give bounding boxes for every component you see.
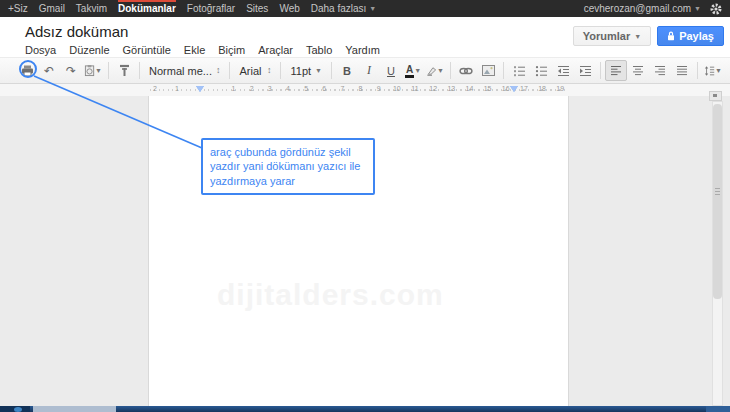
topbar-link-web[interactable]: Web <box>279 0 299 17</box>
align-right-button[interactable] <box>649 60 671 81</box>
align-left-button[interactable] <box>605 60 627 81</box>
font-dropdown[interactable]: Arial ↕ <box>234 61 276 80</box>
insert-link-button[interactable] <box>455 60 477 81</box>
menu-format[interactable]: Biçim <box>218 44 245 56</box>
watermark-text: dijitalders.com <box>217 278 444 312</box>
system-tray <box>706 406 730 412</box>
comments-button[interactable]: Yorumlar ▼ <box>573 26 651 46</box>
italic-icon: I <box>367 63 371 78</box>
underline-button[interactable]: U <box>380 60 402 81</box>
comments-label: Yorumlar <box>583 30 630 42</box>
toolbar-separator <box>450 62 451 79</box>
font-size-dropdown[interactable]: 11pt ▼ <box>285 61 327 80</box>
ruler-number: 9 <box>377 85 381 92</box>
account-menu[interactable]: cevherozan@gmail.com ▼ <box>584 0 701 17</box>
paint-format-button[interactable] <box>113 60 135 81</box>
ruler-number: 5 <box>304 85 308 92</box>
ruler-number: 17 <box>520 85 528 92</box>
share-label: Paylaş <box>679 30 714 42</box>
underline-icon: U <box>387 65 395 77</box>
undo-icon: ↶ <box>44 65 54 77</box>
toolbar-separator <box>280 62 281 79</box>
annotation-text: araç çubunda gördünüz şekil yazdır yani … <box>210 146 360 187</box>
start-button[interactable] <box>0 406 30 412</box>
line-spacing-button[interactable]: ▼ <box>702 60 724 81</box>
align-justify-icon <box>676 65 688 76</box>
highlight-color-button[interactable]: ▼ <box>424 60 446 81</box>
ruler-number: 16 <box>502 85 510 92</box>
menu-table[interactable]: Tablo <box>306 44 332 56</box>
undo-button[interactable]: ↶ <box>38 60 60 81</box>
topbar-link-gmail[interactable]: Gmail <box>39 0 65 17</box>
decrease-indent-button[interactable] <box>552 60 574 81</box>
toolbar-separator <box>503 62 504 79</box>
scrollbar-track[interactable] <box>712 101 723 406</box>
topbar-link-plus-you[interactable]: +Siz <box>8 0 28 17</box>
ruler-number: 6 <box>322 85 326 92</box>
italic-button[interactable]: I <box>358 60 380 81</box>
toolbar-separator <box>108 62 109 79</box>
menu-bar: Dosya Düzenle Görüntüle Ekle Biçim Araçl… <box>25 44 380 56</box>
share-button[interactable]: Paylaş <box>657 26 724 46</box>
gear-icon[interactable] <box>710 3 722 15</box>
updown-icon: ↕ <box>216 66 221 75</box>
increase-indent-button[interactable] <box>574 60 596 81</box>
toolbar-separator <box>229 62 230 79</box>
topbar-more-menu[interactable]: Daha fazlası ▼ <box>311 0 377 17</box>
editing-toolbar: ↶ ↷ ▼ Normal me... ↕ Arial ↕ 11pt ▼ B I … <box>0 57 730 84</box>
updown-icon: ↕ <box>267 66 272 75</box>
left-margin-marker[interactable] <box>196 86 204 92</box>
ruler-number: 10 <box>393 85 401 92</box>
bulleted-list-button[interactable] <box>530 60 552 81</box>
google-top-bar: +Siz Gmail Takvim Dokümanlar Fotoğraflar… <box>0 0 730 17</box>
web-clipboard-button[interactable]: ▼ <box>82 60 104 81</box>
scrollbar-grip-icon <box>715 188 720 197</box>
text-color-button[interactable]: A▼ <box>402 60 424 81</box>
taskbar-window-button[interactable] <box>33 406 116 412</box>
menu-help[interactable]: Yardım <box>345 44 380 56</box>
chevron-down-icon: ▼ <box>414 67 421 74</box>
increase-indent-icon <box>579 65 592 77</box>
menu-view[interactable]: Görüntüle <box>123 44 171 56</box>
document-header: Adsız doküman Dosya Düzenle Görüntüle Ek… <box>0 17 730 57</box>
chevron-down-icon: ▼ <box>715 67 722 74</box>
align-center-button[interactable] <box>627 60 649 81</box>
ruler-number: 8 <box>359 85 363 92</box>
insert-image-button[interactable] <box>477 60 499 81</box>
topbar-link-sites[interactable]: Sites <box>246 0 268 17</box>
scrollbar-thumb[interactable] <box>713 104 722 299</box>
chevron-down-icon: ▼ <box>694 5 701 12</box>
menu-tools[interactable]: Araçlar <box>258 44 293 56</box>
topbar-link-calendar[interactable]: Takvim <box>76 0 107 17</box>
ruler-number: 3 <box>268 85 272 92</box>
bold-icon: B <box>343 65 351 77</box>
ruler-number: 19 <box>556 85 564 92</box>
menu-insert[interactable]: Ekle <box>184 44 205 56</box>
right-margin-marker[interactable] <box>510 86 518 92</box>
chevron-down-icon: ▼ <box>369 5 376 12</box>
topbar-link-photos[interactable]: Fotoğraflar <box>187 0 235 17</box>
menu-file[interactable]: Dosya <box>25 44 56 56</box>
ruler-number: 11 <box>411 85 418 92</box>
ruler-number: 15 <box>484 85 492 92</box>
scrollbar-top-button[interactable] <box>709 91 722 101</box>
menu-edit[interactable]: Düzenle <box>69 44 109 56</box>
align-right-icon <box>654 65 666 76</box>
redo-button[interactable]: ↷ <box>60 60 82 81</box>
numbered-list-button[interactable] <box>508 60 530 81</box>
ruler-number: 7 <box>340 85 344 92</box>
lock-icon <box>667 31 675 41</box>
print-button[interactable] <box>16 60 38 81</box>
font-size-value: 11pt <box>290 65 311 77</box>
styles-value: Normal me... <box>149 65 212 77</box>
document-title[interactable]: Adsız doküman <box>25 23 128 40</box>
topbar-link-documents[interactable]: Dokümanlar <box>118 0 176 17</box>
ruler-number: 18 <box>538 85 546 92</box>
styles-dropdown[interactable]: Normal me... ↕ <box>144 61 225 80</box>
os-taskbar <box>0 406 730 412</box>
align-justify-button[interactable] <box>671 60 693 81</box>
toolbar-separator <box>331 62 332 79</box>
bold-button[interactable]: B <box>336 60 358 81</box>
chevron-down-icon: ▼ <box>315 67 322 74</box>
paint-format-icon <box>118 64 131 77</box>
